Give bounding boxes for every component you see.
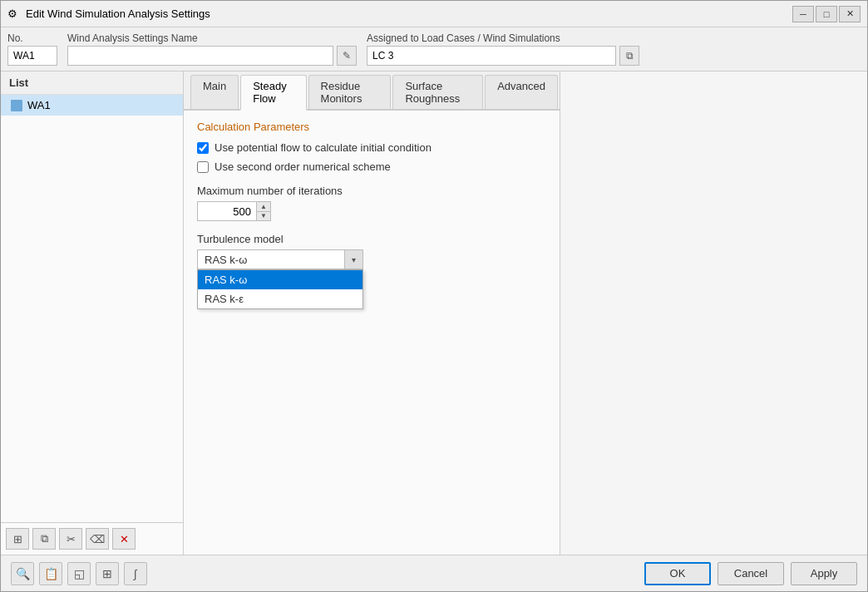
ok-button[interactable]: OK <box>644 562 711 585</box>
app-icon: ⚙ <box>7 7 21 21</box>
cancel-button[interactable]: Cancel <box>718 562 784 585</box>
iterations-label: Maximum number of iterations <box>197 185 546 197</box>
iterations-spin-buttons: ▲ ▼ <box>256 202 270 220</box>
assigned-input[interactable] <box>367 46 616 66</box>
remove-item-button[interactable]: ✕ <box>112 528 136 550</box>
header-row: No. Wind Analysis Settings Name ✎ Assign… <box>1 27 867 72</box>
name-input-row: ✎ <box>67 46 357 66</box>
tab-surface-roughness[interactable]: Surface Roughness <box>392 75 483 109</box>
no-label: No. <box>7 32 57 44</box>
checkbox-row-2: Use second order numerical scheme <box>197 160 546 173</box>
info-tool-button[interactable]: 📋 <box>39 562 62 585</box>
turbulence-option-ras-komega[interactable]: RAS k-ω <box>198 270 362 289</box>
grid-tool-button[interactable]: ⊞ <box>96 562 119 585</box>
iterations-input-row: ▲ ▼ <box>197 201 546 221</box>
dropdown-arrow-icon: ▾ <box>344 250 362 269</box>
copy-item-button[interactable]: ⧉ <box>32 528 56 550</box>
iterations-spin-up[interactable]: ▲ <box>257 202 270 211</box>
tab-main[interactable]: Main <box>190 75 239 109</box>
iterations-spin-down[interactable]: ▼ <box>257 211 270 220</box>
section-title: Calculation Parameters <box>197 121 546 133</box>
window-controls: ─ □ ✕ <box>792 6 861 22</box>
turbulence-option-ras-kepsilon[interactable]: RAS k-ε <box>198 289 362 308</box>
bottom-right-buttons: OK Cancel Apply <box>644 562 857 585</box>
name-edit-button[interactable]: ✎ <box>337 46 357 66</box>
assigned-field: Assigned to Load Cases / Wind Simulation… <box>367 32 639 66</box>
no-field: No. <box>7 32 57 66</box>
cut-item-button[interactable]: ✂ <box>59 528 82 550</box>
checkbox-second-order[interactable] <box>197 161 209 173</box>
calc-tool-button[interactable]: ∫ <box>124 562 147 585</box>
turbulence-selected-label: RAS k-ω <box>205 254 247 266</box>
tab-content-steady-flow: Calculation Parameters Use potential flo… <box>184 111 560 555</box>
add-item-button[interactable]: ⊞ <box>6 528 29 550</box>
turbulence-dropdown-list: RAS k-ω RAS k-ε <box>197 269 363 309</box>
iterations-input[interactable] <box>198 202 256 220</box>
checkbox-second-order-label: Use second order numerical scheme <box>215 160 391 173</box>
checkbox-row-1: Use potential flow to calculate initial … <box>197 141 546 154</box>
iterations-field-group: Maximum number of iterations ▲ ▼ <box>197 185 546 221</box>
assigned-edit-button[interactable]: ⧉ <box>619 46 639 66</box>
sidebar-header: List <box>1 72 183 95</box>
maximize-button[interactable]: □ <box>816 6 837 22</box>
name-input[interactable] <box>67 46 333 66</box>
turbulence-field-group: Turbulence model RAS k-ω ▾ RAS k-ω RAS k… <box>197 233 546 269</box>
tab-steady-flow[interactable]: Steady Flow <box>240 75 306 111</box>
checkbox-potential-flow[interactable] <box>197 142 209 154</box>
frame-tool-button[interactable]: ◱ <box>67 562 91 585</box>
bottom-bar: 🔍 📋 ◱ ⊞ ∫ OK Cancel Apply <box>1 555 867 591</box>
no-input[interactable] <box>7 46 57 66</box>
title-bar: ⚙ Edit Wind Simulation Analysis Settings… <box>1 1 867 27</box>
sidebar: List WA1 ⊞ ⧉ ✂ ⌫ ✕ <box>1 72 184 555</box>
assigned-label: Assigned to Load Cases / Wind Simulation… <box>367 32 639 44</box>
checkbox-potential-flow-label: Use potential flow to calculate initial … <box>215 141 432 154</box>
name-field: Wind Analysis Settings Name ✎ <box>67 32 357 66</box>
sidebar-item-wa1[interactable]: WA1 <box>1 95 183 116</box>
tabs: Main Steady Flow Residue Monitors Surfac… <box>184 72 560 111</box>
window-title: Edit Wind Simulation Analysis Settings <box>26 7 787 20</box>
zoom-tool-button[interactable]: 🔍 <box>11 562 34 585</box>
close-button[interactable]: ✕ <box>839 6 861 22</box>
tab-residue-monitors[interactable]: Residue Monitors <box>308 75 392 109</box>
turbulence-dropdown-trigger[interactable]: RAS k-ω ▾ <box>197 249 363 269</box>
delete-item-button[interactable]: ⌫ <box>86 528 109 550</box>
sidebar-footer: ⊞ ⧉ ✂ ⌫ ✕ <box>1 522 183 555</box>
main-window: ⚙ Edit Wind Simulation Analysis Settings… <box>0 0 868 592</box>
bottom-left-tools: 🔍 📋 ◱ ⊞ ∫ <box>11 562 147 585</box>
turbulence-dropdown: RAS k-ω ▾ RAS k-ω RAS k-ε <box>197 249 363 269</box>
tab-advanced[interactable]: Advanced <box>485 75 558 109</box>
minimize-button[interactable]: ─ <box>792 6 814 22</box>
turbulence-label: Turbulence model <box>197 233 546 245</box>
apply-button[interactable]: Apply <box>791 562 857 585</box>
name-label: Wind Analysis Settings Name <box>67 32 357 44</box>
content-panel: Main Steady Flow Residue Monitors Surfac… <box>184 72 560 555</box>
sidebar-item-label: WA1 <box>27 99 51 111</box>
assigned-input-row: ⧉ <box>367 46 639 66</box>
body-area: List WA1 ⊞ ⧉ ✂ ⌫ ✕ Main Steady Flow <box>1 72 867 555</box>
right-panel <box>560 72 867 555</box>
sidebar-item-icon <box>11 100 22 111</box>
iterations-input-box: ▲ ▼ <box>197 201 271 221</box>
